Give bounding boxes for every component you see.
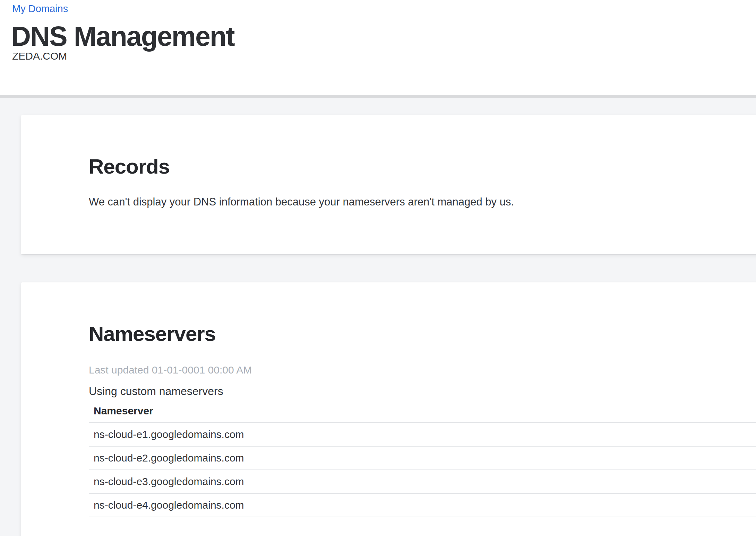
nameserver-row: ns-cloud-e1.googledomains.com: [89, 423, 756, 447]
nameservers-table: Nameserver ns-cloud-e1.googledomains.com…: [89, 399, 756, 517]
header-divider: [0, 95, 756, 98]
nameserver-value: ns-cloud-e4.googledomains.com: [89, 494, 756, 517]
page-header: My Domains DNS Management ZEDA.COM: [0, 0, 756, 95]
nameserver-row: ns-cloud-e3.googledomains.com: [89, 470, 756, 494]
nameserver-row: ns-cloud-e2.googledomains.com: [89, 447, 756, 470]
column-header-nameserver: Nameserver: [89, 399, 756, 423]
records-card: Records We can't display your DNS inform…: [21, 115, 756, 254]
dns-management-page: My Domains DNS Management ZEDA.COM Recor…: [0, 0, 756, 536]
records-heading: Records: [89, 156, 756, 177]
records-unmanaged-message: We can't display your DNS information be…: [89, 194, 756, 210]
nameserver-value: ns-cloud-e1.googledomains.com: [89, 423, 756, 447]
nameserver-value: ns-cloud-e2.googledomains.com: [89, 447, 756, 470]
last-updated-timestamp: Last updated 01-01-0001 00:00 AM: [89, 363, 756, 377]
nameserver-value: ns-cloud-e3.googledomains.com: [89, 470, 756, 494]
nameservers-card: Nameservers Last updated 01-01-0001 00:0…: [21, 282, 756, 536]
page-title: DNS Management: [11, 23, 756, 50]
nameserver-status: Using custom nameservers: [89, 384, 756, 399]
nameserver-row: ns-cloud-e4.googledomains.com: [89, 494, 756, 517]
breadcrumb-link-my-domains[interactable]: My Domains: [12, 3, 68, 14]
nameservers-heading: Nameservers: [89, 324, 756, 344]
nameservers-table-header-row: Nameserver: [89, 399, 756, 423]
domain-name: ZEDA.COM: [12, 50, 756, 62]
page-body: Records We can't display your DNS inform…: [0, 98, 756, 536]
breadcrumb: My Domains: [12, 0, 756, 15]
